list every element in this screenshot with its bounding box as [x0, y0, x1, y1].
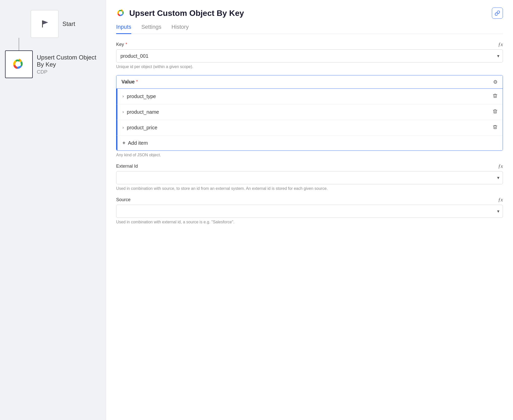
trash-product-type-button[interactable]: [493, 93, 498, 100]
source-field-label-row: Source ƒx: [116, 197, 503, 203]
key-label-text: Key: [116, 42, 124, 47]
chevron-product-type-icon[interactable]: ›: [122, 94, 124, 99]
panel-cdp-icon: [116, 8, 126, 18]
flag-icon: [38, 18, 51, 30]
tab-settings[interactable]: Settings: [141, 24, 162, 34]
cdp-icon: [11, 57, 26, 72]
trash-product-name-button[interactable]: [493, 109, 498, 115]
external-id-field-group: External Id ƒx ▾ Used in combination wit…: [116, 163, 503, 191]
external-id-field-hint: Used in combination with source, to stor…: [116, 186, 503, 191]
start-node-label-group: Start: [62, 20, 75, 27]
external-id-select-wrapper: ▾: [116, 171, 503, 184]
svg-point-1: [17, 62, 21, 66]
external-id-field-label-row: External Id ƒx: [116, 163, 503, 169]
external-id-label-left: External Id: [116, 164, 138, 169]
upsert-node-box[interactable]: [5, 50, 33, 78]
item-name-product-type: product_type: [127, 94, 490, 99]
key-select[interactable]: product_001: [116, 49, 503, 63]
panel-title-group: Upsert Custom Object By Key: [116, 8, 244, 18]
value-gear-button[interactable]: ⚙: [493, 79, 498, 85]
add-item-row[interactable]: + Add item: [116, 136, 503, 151]
external-id-fx-button[interactable]: ƒx: [498, 163, 503, 169]
key-fx-button[interactable]: ƒx: [498, 42, 503, 47]
item-name-product-name: product_name: [127, 109, 490, 115]
tab-history[interactable]: History: [171, 24, 188, 34]
value-field-hint: Any kind of JSON object.: [116, 153, 503, 157]
source-select[interactable]: [116, 205, 503, 218]
key-required-star: *: [125, 42, 127, 47]
source-select-wrapper: ▾: [116, 205, 503, 218]
right-panel: Upsert Custom Object By Key Inputs Setti…: [106, 0, 513, 420]
upsert-node-sublabel: CDP: [37, 69, 101, 75]
external-id-label-text: External Id: [116, 164, 138, 169]
item-name-product-price: product_price: [127, 125, 490, 131]
source-label-left: Source: [116, 197, 131, 202]
upsert-node-label-group: Upsert Custom Object By Key CDP: [37, 54, 101, 75]
key-field-label-row: Key * ƒx: [116, 42, 503, 47]
value-section-header: Value * ⚙: [116, 75, 503, 89]
chevron-product-price-icon[interactable]: ›: [122, 125, 124, 130]
value-title: Value: [121, 79, 135, 85]
start-node-row: Start: [31, 10, 75, 38]
start-node-label: Start: [62, 20, 75, 27]
key-label-left: Key *: [116, 42, 127, 47]
external-id-select[interactable]: [116, 171, 503, 184]
item-row-product-price: › product_price: [116, 120, 503, 136]
item-row-product-type: › product_type: [116, 89, 503, 104]
key-field-group: Key * ƒx product_001 ▾ Unique id per obj…: [116, 42, 503, 69]
add-item-icon: +: [122, 140, 125, 146]
item-row-product-name: › product_name: [116, 104, 503, 120]
upsert-node-row: Upsert Custom Object By Key CDP: [5, 50, 101, 78]
left-panel: Start Upsert Custom Object By Key CDP: [0, 0, 106, 420]
add-item-label: Add item: [128, 140, 148, 146]
trash-product-price-button[interactable]: [493, 125, 498, 131]
source-fx-button[interactable]: ƒx: [498, 197, 503, 203]
tabs-bar: Inputs Settings History: [116, 24, 503, 34]
svg-rect-0: [42, 20, 43, 27]
svg-point-2: [120, 12, 123, 15]
start-node-box[interactable]: [31, 10, 58, 38]
panel-header: Upsert Custom Object By Key: [116, 8, 503, 19]
value-header-left: Value *: [121, 79, 138, 85]
tab-inputs[interactable]: Inputs: [116, 24, 131, 34]
source-label-text: Source: [116, 197, 131, 202]
value-section: Value * ⚙ › product_type › product_name: [116, 75, 503, 151]
key-field-hint: Unique id per object (within a given sco…: [116, 65, 503, 69]
key-select-wrapper: product_001 ▾: [116, 49, 503, 63]
source-field-group: Source ƒx ▾ Used in combination with ext…: [116, 197, 503, 224]
source-field-hint: Used in combination with external id, a …: [116, 220, 503, 224]
panel-title: Upsert Custom Object By Key: [129, 9, 244, 18]
link-icon-button[interactable]: [492, 8, 503, 19]
value-required-star: *: [136, 79, 138, 84]
connector-line: [19, 38, 19, 50]
chevron-product-name-icon[interactable]: ›: [122, 110, 124, 114]
upsert-node-label: Upsert Custom Object By Key: [37, 54, 101, 68]
